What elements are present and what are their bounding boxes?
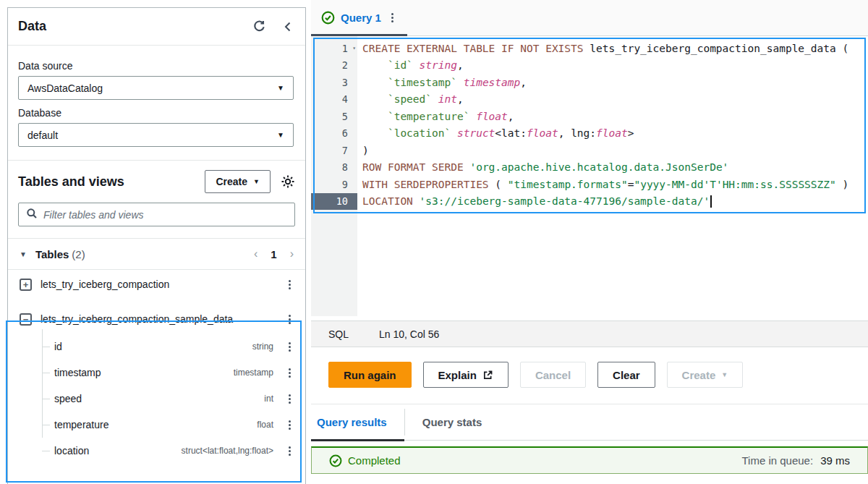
line-number: 3 — [311, 74, 357, 91]
column-name: timestamp — [54, 367, 234, 378]
create-dropdown-button[interactable]: Create ▼ — [667, 362, 744, 388]
kebab-menu-icon[interactable] — [387, 11, 399, 24]
create-label: Create — [682, 369, 716, 381]
code-line-9[interactable]: 9WITH SERDEPROPERTIES ( "timestamp.forma… — [311, 176, 868, 193]
kebab-menu-icon[interactable] — [284, 444, 295, 457]
data-source-select[interactable]: AwsDataCatalog ▼ — [18, 76, 294, 100]
clear-label: Clear — [613, 369, 640, 381]
column-row-speed[interactable]: speedint — [8, 386, 305, 412]
table-row-compaction[interactable]: + lets_try_iceberg_compaction — [8, 270, 305, 299]
data-source-label: Data source — [18, 60, 294, 72]
code-text: WITH SERDEPROPERTIES ( "timestamp.format… — [357, 179, 848, 190]
code-line-6[interactable]: 6 `location` struct<lat:float, lng:float… — [311, 125, 868, 143]
code-line-7[interactable]: 7) — [311, 142, 868, 159]
tab-query-stats[interactable]: Query stats — [405, 404, 500, 440]
code-line-8[interactable]: 8ROW FORMAT SERDE 'org.apache.hive.hcata… — [311, 159, 868, 177]
results-tabbar: Query results Query stats — [311, 404, 868, 441]
column-row-temperature[interactable]: temperaturefloat — [8, 412, 305, 438]
search-icon — [26, 208, 38, 222]
line-number: 5 — [311, 108, 357, 125]
tab-query-results[interactable]: Query results — [311, 404, 404, 440]
page-prev-icon[interactable]: ‹ — [254, 247, 258, 260]
expand-icon[interactable]: + — [20, 279, 32, 291]
filter-tables-input[interactable] — [43, 209, 287, 221]
tables-group-row: ▼ Tables (2) ‹ 1 › — [8, 239, 305, 269]
code-line-2[interactable]: 2 `id` string, — [311, 57, 868, 75]
tables-group-count: (2) — [72, 248, 85, 260]
table-row-sample-data[interactable]: − lets_try_iceberg_compaction_sample_dat… — [8, 305, 305, 334]
run-again-button[interactable]: Run again — [328, 362, 412, 388]
sidebar-header: Data — [8, 8, 305, 46]
database-select[interactable]: default ▼ — [18, 123, 294, 147]
clear-button[interactable]: Clear — [597, 362, 655, 388]
time-in-queue-label: Time in queue: — [741, 454, 813, 467]
run-again-label: Run again — [344, 369, 396, 381]
kebab-menu-icon[interactable] — [284, 418, 295, 431]
query-stats-tab-label: Query stats — [422, 416, 482, 428]
cancel-label: Cancel — [535, 369, 571, 381]
code-text: `timestamp` timestamp, — [357, 77, 527, 88]
column-name: id — [54, 341, 252, 352]
fold-caret-icon[interactable]: ▾ — [352, 45, 356, 51]
kebab-menu-icon[interactable] — [284, 392, 295, 405]
tab-query-1[interactable]: Query 1 — [311, 0, 407, 35]
chevron-down-icon: ▼ — [721, 371, 728, 378]
athena-query-editor: Data Data source AwsDataCatalog — [0, 0, 868, 484]
editor-status-bar: SQL Ln 10, Col 56 — [311, 320, 868, 347]
code-line-3[interactable]: 3 `timestamp` timestamp, — [311, 74, 868, 91]
cursor-position: Ln 10, Col 56 — [379, 328, 439, 340]
tables-group-label: Tables — [35, 248, 69, 260]
refresh-icon[interactable] — [252, 20, 266, 33]
code-text: `speed` int, — [357, 93, 464, 105]
kebab-menu-icon[interactable] — [284, 313, 295, 326]
external-link-icon — [482, 370, 493, 381]
filter-field[interactable] — [18, 203, 295, 226]
create-button[interactable]: Create ▼ — [205, 170, 271, 193]
filter-section — [8, 203, 305, 238]
check-circle-icon — [321, 11, 335, 25]
line-number: 1▾ — [311, 40, 357, 57]
explain-button[interactable]: Explain — [423, 362, 509, 388]
sql-editor[interactable]: 1▾CREATE EXTERNAL TABLE IF NOT EXISTS le… — [311, 36, 868, 316]
code-line-5[interactable]: 5 `temperature` float, — [311, 108, 868, 125]
line-number: 9 — [311, 176, 357, 193]
collapse-icon[interactable]: − — [20, 313, 32, 326]
line-number: 10 — [311, 193, 357, 211]
status-completed: Completed — [348, 454, 401, 467]
column-row-location[interactable]: locationstruct<lat:float,lng:float> — [8, 438, 305, 464]
code-line-4[interactable]: 4 `speed` int, — [311, 91, 868, 109]
create-button-label: Create — [216, 176, 247, 187]
gear-icon[interactable] — [281, 174, 295, 189]
action-buttons: Run again Explain Cancel Clear Create — [311, 347, 868, 388]
tables-and-views-header: Tables and views Create ▼ — [8, 161, 305, 203]
code-line-10[interactable]: 10LOCATION 's3://iceberg-sample-data-477… — [311, 193, 868, 211]
column-row-id[interactable]: idstring — [8, 334, 305, 360]
kebab-menu-icon[interactable] — [284, 340, 295, 353]
column-list: idstringtimestamptimestampspeedinttemper… — [8, 334, 305, 464]
code-line-1[interactable]: 1▾CREATE EXTERNAL TABLE IF NOT EXISTS le… — [311, 40, 868, 57]
time-in-queue-value: 39 ms — [820, 454, 850, 467]
data-sidebar: Data Data source AwsDataCatalog — [7, 7, 306, 484]
kebab-menu-icon[interactable] — [284, 278, 295, 291]
code-text: ROW FORMAT SERDE 'org.apache.hive.hcatal… — [357, 161, 728, 173]
column-type: timestamp — [234, 368, 273, 378]
column-type: float — [257, 420, 273, 430]
page-next-icon[interactable]: › — [290, 247, 294, 260]
query-tabbar: Query 1 — [311, 0, 868, 36]
chevron-down-icon: ▼ — [277, 84, 284, 92]
line-number: 8 — [311, 159, 357, 177]
collapse-panel-icon[interactable] — [282, 21, 294, 33]
group-expander-icon[interactable]: ▼ — [20, 250, 27, 258]
source-database-section: Data source AwsDataCatalog ▼ Database de… — [8, 46, 305, 160]
kebab-menu-icon[interactable] — [284, 366, 295, 379]
column-name: temperature — [54, 419, 257, 430]
column-row-timestamp[interactable]: timestamptimestamp — [8, 360, 305, 386]
query-tab-title: Query 1 — [341, 12, 381, 24]
column-type: string — [252, 341, 273, 352]
language-indicator: SQL — [328, 328, 349, 340]
cancel-button[interactable]: Cancel — [520, 362, 586, 388]
explain-label: Explain — [438, 369, 477, 381]
code-text: `temperature` float, — [357, 111, 514, 122]
line-number: 2 — [311, 57, 357, 75]
query-results-tab-label: Query results — [317, 416, 387, 428]
